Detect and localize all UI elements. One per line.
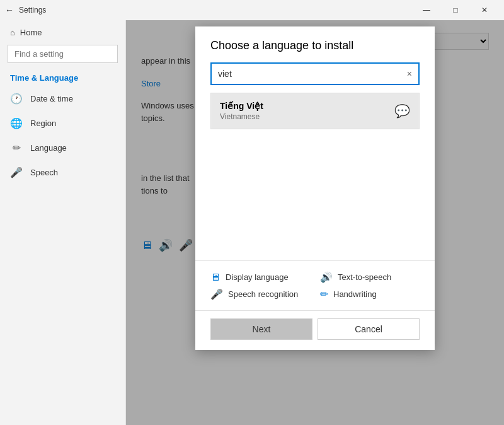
close-button[interactable]: ✕ bbox=[470, 0, 499, 20]
title-bar-controls: — □ ✕ bbox=[412, 0, 499, 20]
dialog-title: Choose a language to install bbox=[195, 26, 435, 62]
language-icon: ✏ bbox=[10, 142, 23, 154]
handwriting-icon: ✏ bbox=[320, 288, 328, 300]
window-title: Settings bbox=[19, 6, 46, 15]
home-label: Home bbox=[20, 28, 42, 37]
option-tts: 🔊 Text-to-speech bbox=[320, 271, 420, 283]
option-handwriting: ✏ Handwriting bbox=[320, 288, 420, 300]
sidebar: ⌂ Home Time & Language 🕐 Date & time 🌐 R… bbox=[0, 20, 126, 425]
minimize-button[interactable]: — bbox=[412, 0, 441, 20]
maximize-button[interactable]: □ bbox=[441, 0, 470, 20]
tts-icon: 🔊 bbox=[320, 271, 333, 283]
title-bar: ← Settings — □ ✕ bbox=[0, 0, 504, 20]
speech-label: Speech bbox=[30, 168, 58, 177]
speech-recog-icon: 🎤 bbox=[210, 288, 223, 300]
sidebar-item-language[interactable]: ✏ Language bbox=[0, 136, 125, 160]
dialog-search-clear-button[interactable]: × bbox=[401, 65, 418, 83]
sidebar-item-speech[interactable]: 🎤 Speech bbox=[0, 160, 125, 185]
dialog-result-item[interactable]: Tiếng Việt Vietnamese 💬 bbox=[211, 93, 419, 129]
sidebar-item-date-time[interactable]: 🕐 Date & time bbox=[0, 86, 125, 111]
sidebar-section-title: Time & Language bbox=[0, 66, 125, 86]
dialog-overlay: Choose a language to install × Tiếng Việ… bbox=[126, 20, 504, 425]
speech-icon: 🎤 bbox=[10, 166, 23, 178]
dialog-search-box: × bbox=[210, 62, 420, 85]
display-lang-icon: 🖥 bbox=[210, 272, 220, 283]
result-text: Tiếng Việt Vietnamese bbox=[220, 101, 263, 121]
title-bar-left: ← Settings bbox=[5, 5, 46, 15]
handwriting-label: Handwriting bbox=[333, 289, 377, 299]
result-lang-icon: 💬 bbox=[394, 103, 410, 119]
sidebar-item-region[interactable]: 🌐 Region bbox=[0, 111, 125, 136]
option-speech: 🎤 Speech recognition bbox=[210, 288, 310, 300]
result-lang-sub: Vietnamese bbox=[220, 112, 263, 121]
dialog-footer: Next Cancel bbox=[195, 310, 435, 350]
region-label: Region bbox=[30, 119, 56, 128]
choose-language-dialog: Choose a language to install × Tiếng Việ… bbox=[195, 26, 435, 350]
date-time-label: Date & time bbox=[30, 94, 73, 103]
result-lang-name: Tiếng Việt bbox=[220, 101, 263, 111]
back-arrow-icon[interactable]: ← bbox=[5, 5, 14, 15]
region-icon: 🌐 bbox=[10, 117, 23, 129]
dialog-options: 🖥 Display language 🔊 Text-to-speech 🎤 Sp… bbox=[195, 260, 435, 310]
main-content: appear in this Store Windows uses topics… bbox=[126, 20, 504, 425]
sidebar-back-button[interactable]: ⌂ Home bbox=[0, 23, 125, 42]
date-time-icon: 🕐 bbox=[10, 93, 23, 105]
settings-body: ⌂ Home Time & Language 🕐 Date & time 🌐 R… bbox=[0, 20, 504, 425]
sidebar-search-input[interactable] bbox=[8, 45, 118, 63]
dialog-search-input[interactable] bbox=[212, 64, 401, 84]
next-button[interactable]: Next bbox=[210, 318, 312, 340]
dialog-empty-space bbox=[195, 129, 435, 255]
dialog-results: Tiếng Việt Vietnamese 💬 bbox=[210, 93, 420, 129]
settings-window: ← Settings — □ ✕ ⌂ Home Time & Language … bbox=[0, 0, 504, 425]
language-label: Language bbox=[30, 143, 67, 153]
cancel-button[interactable]: Cancel bbox=[318, 318, 420, 340]
display-lang-label: Display language bbox=[226, 272, 289, 282]
home-icon: ⌂ bbox=[10, 28, 15, 37]
tts-label: Text-to-speech bbox=[338, 272, 391, 282]
speech-recog-label: Speech recognition bbox=[228, 289, 298, 299]
option-display: 🖥 Display language bbox=[210, 271, 310, 283]
